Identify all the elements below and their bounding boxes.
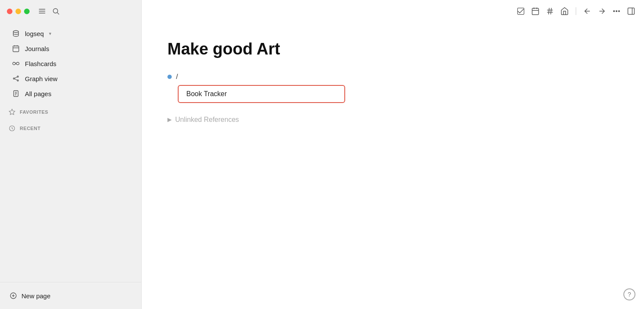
sidebar-item-logseq[interactable]: logseq ▾	[3, 26, 138, 41]
infinity-icon	[12, 60, 20, 67]
check-icon[interactable]	[516, 7, 525, 15]
calendar-icon[interactable]	[531, 7, 540, 15]
home-icon[interactable]	[560, 7, 569, 15]
main-content: Make good Art / ▶ Unlinked References	[142, 0, 644, 309]
journals-icon	[12, 45, 20, 52]
journals-label: Journals	[25, 45, 49, 52]
minimize-button[interactable]	[15, 9, 21, 14]
search-icon[interactable]	[52, 7, 60, 15]
star-icon	[9, 109, 15, 115]
svg-point-11	[17, 76, 18, 77]
sidebar-item-graph-view[interactable]: Graph view	[3, 71, 138, 86]
sidebar-nav: logseq ▾ Journals Flashcards	[0, 22, 141, 282]
app-container: logseq ▾ Journals Flashcards	[0, 0, 644, 309]
clock-icon	[9, 125, 15, 132]
sidebar-top-icons	[38, 7, 60, 15]
favorites-label: FAVORITES	[20, 109, 48, 115]
block-bullet	[167, 75, 172, 79]
page-title: Make good Art	[167, 39, 618, 59]
svg-rect-6	[13, 46, 19, 52]
graph-icon	[12, 75, 20, 82]
plus-circle-icon	[9, 292, 17, 300]
logseq-label: logseq	[25, 30, 44, 37]
svg-point-35	[614, 11, 615, 12]
favorites-section: FAVORITES	[0, 104, 141, 117]
block-row: /	[167, 72, 618, 81]
autocomplete-input[interactable]	[178, 85, 345, 103]
recent-section: RECENT	[0, 121, 141, 133]
pages-icon	[12, 90, 20, 97]
svg-point-12	[17, 80, 18, 81]
maximize-button[interactable]	[24, 9, 30, 14]
content-area: Make good Art / ▶ Unlinked References	[142, 22, 644, 309]
svg-line-13	[15, 77, 17, 78]
new-page-button[interactable]: New page	[3, 288, 138, 304]
unlinked-refs-label: Unlinked References	[175, 116, 239, 124]
more-icon[interactable]	[612, 7, 621, 15]
sidebar-top	[0, 0, 141, 22]
chevron-right-icon: ▶	[167, 116, 172, 123]
svg-line-4	[57, 12, 59, 14]
svg-line-14	[15, 79, 17, 80]
titlebar	[142, 0, 644, 22]
sidebar-bottom: New page	[0, 282, 141, 309]
logseq-dropdown-icon: ▾	[49, 31, 52, 36]
svg-point-10	[13, 78, 15, 79]
autocomplete-box	[178, 85, 618, 103]
svg-rect-25	[532, 8, 539, 15]
close-button[interactable]	[7, 9, 12, 14]
graph-view-label: Graph view	[25, 75, 58, 82]
svg-line-31	[549, 8, 550, 15]
sidebar-toggle-icon[interactable]	[627, 7, 635, 15]
database-icon	[12, 30, 20, 37]
svg-point-3	[53, 9, 58, 13]
svg-rect-24	[518, 8, 524, 15]
menu-icon[interactable]	[38, 7, 46, 15]
unlinked-references[interactable]: ▶ Unlinked References	[167, 116, 618, 124]
svg-point-37	[619, 11, 620, 12]
back-icon[interactable]	[583, 7, 592, 15]
svg-point-5	[13, 30, 18, 33]
new-page-label: New page	[21, 292, 51, 300]
slash-char: /	[176, 73, 178, 81]
svg-rect-38	[628, 8, 635, 15]
sidebar: logseq ▾ Journals Flashcards	[0, 0, 142, 309]
sidebar-item-flashcards[interactable]: Flashcards	[3, 56, 138, 71]
titlebar-separator	[576, 7, 576, 15]
recent-label: RECENT	[20, 126, 41, 131]
sidebar-item-all-pages[interactable]: All pages	[3, 86, 138, 101]
all-pages-label: All pages	[25, 90, 52, 97]
forward-icon[interactable]	[598, 7, 606, 15]
svg-line-32	[551, 8, 552, 15]
traffic-lights	[7, 9, 30, 14]
svg-marker-19	[9, 109, 15, 115]
svg-point-36	[616, 11, 617, 12]
hash-icon[interactable]	[546, 7, 554, 15]
help-button[interactable]: ?	[623, 288, 635, 300]
sidebar-item-journals[interactable]: Journals	[3, 41, 138, 56]
flashcards-label: Flashcards	[25, 60, 56, 67]
